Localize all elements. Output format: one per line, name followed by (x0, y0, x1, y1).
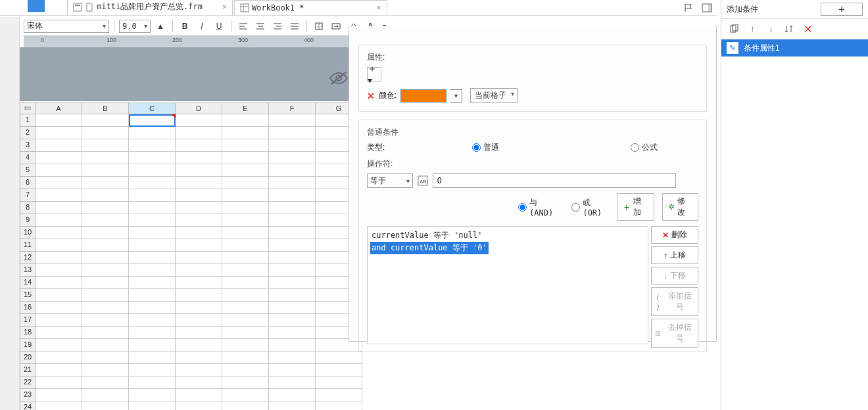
row-header[interactable]: 21 (20, 364, 36, 376)
cell[interactable] (82, 389, 129, 401)
cell[interactable] (82, 214, 129, 227)
row-header[interactable]: 10 (20, 227, 36, 239)
cell[interactable] (82, 401, 129, 410)
cell[interactable] (222, 376, 269, 389)
cell[interactable] (36, 139, 82, 152)
cell[interactable] (129, 252, 176, 264)
cell[interactable] (36, 227, 82, 239)
cell[interactable] (129, 364, 176, 376)
cell[interactable] (82, 177, 129, 189)
cell[interactable] (82, 152, 129, 164)
cell[interactable] (176, 164, 222, 177)
clause-line[interactable]: and currentValue 等于 '0' (370, 242, 489, 254)
cell[interactable] (82, 376, 129, 389)
cell[interactable] (269, 252, 316, 264)
cell[interactable] (176, 252, 222, 264)
cell[interactable] (222, 239, 269, 252)
arrow-down-icon[interactable]: ↓ (765, 23, 777, 35)
close-icon[interactable]: × (377, 3, 381, 12)
tab-document-2[interactable]: WorkBook1 * × (234, 0, 387, 15)
cell[interactable] (176, 239, 222, 252)
cell[interactable] (176, 339, 222, 352)
cell[interactable] (82, 289, 129, 302)
italic-button[interactable]: I (195, 20, 209, 33)
cell[interactable] (36, 376, 82, 389)
add-condition-button[interactable]: ＋ (821, 3, 863, 16)
merge-button[interactable] (329, 20, 343, 33)
row-header[interactable]: 11 (20, 239, 36, 252)
cell[interactable] (222, 177, 269, 189)
row-header[interactable]: 3 (20, 139, 36, 152)
select-all-corner[interactable] (20, 102, 36, 114)
cell[interactable] (82, 127, 129, 139)
cell[interactable] (176, 227, 222, 239)
cell[interactable] (269, 401, 316, 410)
color-dropdown-icon[interactable]: ▾ (450, 89, 462, 102)
row-header[interactable]: 8 (20, 202, 36, 214)
radio-input[interactable] (472, 143, 481, 152)
cell[interactable] (269, 277, 316, 289)
row-header[interactable]: 20 (20, 352, 36, 364)
cell[interactable] (222, 277, 269, 289)
cell[interactable] (176, 277, 222, 289)
cell[interactable] (222, 401, 269, 410)
cell[interactable] (36, 239, 82, 252)
cell[interactable] (129, 401, 176, 410)
row-header[interactable]: 2 (20, 127, 36, 139)
cell[interactable] (222, 164, 269, 177)
cell[interactable] (176, 114, 222, 127)
align-center-button[interactable] (253, 20, 268, 33)
cell[interactable] (176, 152, 222, 164)
cell[interactable] (36, 252, 82, 264)
row-header[interactable]: 22 (20, 376, 36, 389)
move-down-button[interactable]: ↓下移 (651, 267, 698, 285)
flag-icon[interactable] (681, 1, 696, 14)
cell[interactable] (269, 289, 316, 302)
cell[interactable] (129, 152, 176, 164)
cell[interactable] (176, 202, 222, 214)
visibility-off-icon[interactable] (329, 71, 349, 85)
col-header[interactable]: F (269, 102, 316, 114)
col-header[interactable]: B (82, 102, 129, 114)
remove-attr-icon[interactable]: ✕ (367, 91, 375, 101)
cell[interactable] (269, 177, 316, 189)
cell[interactable] (36, 127, 82, 139)
cell[interactable] (82, 227, 129, 239)
remove-paren-button[interactable]: ⦻去掉括号 (651, 319, 698, 348)
cell[interactable] (129, 214, 176, 227)
cell[interactable] (36, 189, 82, 202)
cell[interactable] (222, 202, 269, 214)
close-icon[interactable]: × (222, 3, 227, 12)
cell[interactable] (36, 389, 82, 401)
delete-clause-button[interactable]: ✕删除 (651, 226, 698, 244)
cell[interactable] (269, 339, 316, 352)
formula-editor-icon[interactable]: ABC (417, 174, 429, 187)
col-header[interactable]: D (176, 102, 222, 114)
cell[interactable] (269, 327, 316, 339)
arrow-up-icon[interactable]: ↑ (746, 23, 758, 35)
row-header[interactable]: 7 (20, 189, 36, 202)
cell[interactable] (269, 227, 316, 239)
type-normal-radio[interactable]: 普通 (472, 142, 499, 153)
cell[interactable] (316, 376, 362, 389)
cell[interactable] (222, 339, 269, 352)
cell[interactable] (222, 389, 269, 401)
font-size-select[interactable]: 9.0 ▾ (119, 20, 151, 33)
copy-icon[interactable] (728, 23, 740, 35)
cell[interactable] (36, 314, 82, 327)
cell[interactable] (176, 376, 222, 389)
cell[interactable] (82, 189, 129, 202)
logic-and-radio[interactable]: 与(AND) (518, 197, 560, 217)
radio-input[interactable] (631, 143, 639, 152)
modify-clause-button[interactable]: ✲修改 (662, 193, 698, 221)
border-button[interactable] (312, 20, 326, 33)
cell[interactable] (129, 376, 176, 389)
cell[interactable] (222, 314, 269, 327)
tab-document-1[interactable]: mitti品牌用户资产总览.frm × (67, 0, 233, 15)
cell[interactable] (129, 302, 176, 314)
cell[interactable] (222, 264, 269, 277)
cell[interactable] (176, 127, 222, 139)
cell[interactable] (176, 364, 222, 376)
col-header[interactable]: A (36, 102, 82, 114)
cell[interactable] (269, 239, 316, 252)
